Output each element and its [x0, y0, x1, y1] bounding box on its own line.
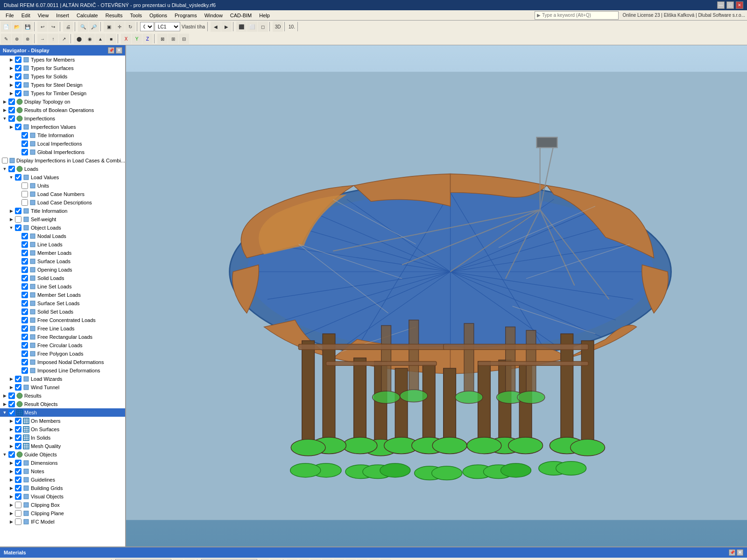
tree-item-line-set-loads[interactable]: Line Set Loads	[0, 282, 125, 291]
tree-item-line-loads[interactable]: Line Loads	[0, 240, 125, 249]
tree-item-member-loads[interactable]: Member Loads	[0, 249, 125, 257]
tree-toggle-types-steel[interactable]: ▶	[8, 81, 14, 89]
menu-cadbim[interactable]: CAD-BIM	[226, 12, 255, 19]
tree-checkbox-visual-objects[interactable]	[15, 493, 21, 500]
tb-r9[interactable]: ▲	[95, 34, 106, 44]
tree-item-visual-objects[interactable]: ▶Visual Objects	[0, 492, 125, 501]
tree-checkbox-local-imperfections[interactable]	[21, 140, 28, 147]
tb-r8[interactable]: ◉	[85, 34, 95, 44]
tree-item-title-info-imp[interactable]: Title Information	[0, 131, 125, 140]
tree-checkbox-free-conc-loads[interactable]	[21, 317, 28, 323]
tree-toggle-types-solids[interactable]: ▶	[8, 73, 14, 80]
tree-checkbox-types-solids[interactable]	[15, 73, 21, 80]
tb-axis-y[interactable]: Y	[132, 34, 142, 44]
tb-r10[interactable]: ■	[106, 34, 116, 44]
tree-checkbox-results[interactable]	[8, 392, 15, 399]
tb-r1[interactable]: ✎	[1, 34, 11, 44]
tree-item-types-timber[interactable]: ▶Types for Timber Design	[0, 89, 125, 98]
menu-help[interactable]: Help	[255, 12, 274, 19]
tb-zoom-out[interactable]: 🔎	[89, 21, 99, 32]
tree-checkbox-member-loads[interactable]	[21, 250, 28, 256]
tree-checkbox-boolean-results[interactable]	[8, 107, 15, 113]
tb-move[interactable]: ✛	[114, 21, 125, 32]
tree-item-result-objects[interactable]: ▶Result Objects	[0, 400, 125, 408]
tree-checkbox-solid-loads[interactable]	[21, 275, 28, 281]
tree-item-free-conc-loads[interactable]: Free Concentrated Loads	[0, 316, 125, 324]
tb-redo[interactable]: ↪	[48, 21, 58, 32]
tree-checkbox-mesh[interactable]	[8, 409, 15, 416]
tree-toggle-clipping-box[interactable]: ▶	[8, 501, 14, 509]
tree-toggle-result-objects[interactable]: ▶	[2, 400, 7, 408]
tree-item-on-surfaces[interactable]: ▶On Surfaces	[0, 425, 125, 434]
bottom-panel-close[interactable]: ✕	[737, 549, 743, 556]
menu-tools[interactable]: Tools	[126, 12, 146, 19]
tree-checkbox-load-case-numbers[interactable]	[21, 191, 28, 197]
tb-3d[interactable]: 3D	[273, 21, 283, 32]
tb-r3[interactable]: ⊗	[22, 34, 33, 44]
tb-r7[interactable]: ⬤	[74, 34, 84, 44]
tree-item-units[interactable]: Units	[0, 182, 125, 190]
tb-r6[interactable]: ↗	[59, 34, 69, 44]
tree-item-surface-set-loads[interactable]: Surface Set Loads	[0, 299, 125, 308]
tree-checkbox-object-loads[interactable]	[15, 224, 21, 231]
tb-select[interactable]: ▣	[104, 21, 114, 32]
tree-item-ifc-model[interactable]: ▶IFC Model	[0, 518, 125, 526]
menu-calculate[interactable]: Calculate	[73, 12, 102, 19]
tree-toggle-load-wizards[interactable]: ▶	[8, 375, 14, 383]
tree-checkbox-mesh-quality[interactable]	[15, 443, 21, 449]
tree-toggle-dimensions[interactable]: ▶	[8, 459, 14, 467]
tree-item-imperfections[interactable]: ▼Imperfections	[0, 114, 125, 123]
tree-checkbox-loads[interactable]	[8, 166, 15, 172]
tree-checkbox-surface-loads[interactable]	[21, 258, 28, 265]
tb-new[interactable]: 📄	[1, 21, 11, 32]
menu-window[interactable]: Window	[201, 12, 226, 19]
tree-checkbox-free-rect-loads[interactable]	[21, 334, 28, 340]
tree-checkbox-wind-tunnel[interactable]	[15, 384, 21, 391]
tree-checkbox-notes[interactable]	[15, 468, 21, 475]
tree-checkbox-self-weight[interactable]	[15, 216, 21, 223]
tree-item-opening-loads[interactable]: Opening Loads	[0, 266, 125, 274]
tb-next-lc[interactable]: ▶	[221, 21, 232, 32]
tree-toggle-object-loads[interactable]: ▼	[8, 224, 14, 231]
menu-view[interactable]: View	[34, 12, 53, 19]
tree-item-loads[interactable]: ▼Loads	[0, 165, 125, 173]
menu-results[interactable]: Results	[102, 12, 127, 19]
tree-item-free-circ-loads[interactable]: Free Circular Loads	[0, 341, 125, 350]
tree-toggle-loads[interactable]: ▼	[2, 165, 7, 173]
tree-toggle-clipping-plane[interactable]: ▶	[8, 510, 14, 517]
tree-checkbox-guidelines[interactable]	[15, 476, 21, 483]
tree-toggle-self-weight[interactable]: ▶	[8, 216, 14, 223]
tree-item-imposed-nodal[interactable]: Imposed Nodal Deformations	[0, 358, 125, 366]
tb-view-z[interactable]: ⊟	[179, 34, 189, 44]
tree-toggle-imperfections[interactable]: ▼	[2, 115, 7, 122]
tb-r5[interactable]: ↑	[48, 34, 58, 44]
keyword-search-input[interactable]	[535, 11, 619, 20]
tree-checkbox-imposed-nodal[interactable]	[21, 359, 28, 365]
tree-checkbox-building-grids[interactable]	[15, 485, 21, 491]
tree-checkbox-imperfections[interactable]	[8, 115, 15, 122]
tree-item-imposed-line[interactable]: Imposed Line Deformations	[0, 366, 125, 375]
tree-checkbox-solid-set-loads[interactable]	[21, 308, 28, 315]
tree-item-on-members[interactable]: ▶On Members	[0, 417, 125, 425]
tree-item-self-weight[interactable]: ▶Self-weight	[0, 215, 125, 224]
tree-toggle-display-topology[interactable]: ▶	[2, 98, 7, 105]
tree-checkbox-types-steel[interactable]	[15, 82, 21, 88]
tree-checkbox-imperfection-values[interactable]	[15, 124, 21, 130]
tree-item-types-solids[interactable]: ▶Types for Solids	[0, 72, 125, 81]
tree-item-solid-loads[interactable]: Solid Loads	[0, 274, 125, 282]
tree-item-wind-tunnel[interactable]: ▶Wind Tunnel	[0, 383, 125, 392]
tree-checkbox-units[interactable]	[21, 182, 28, 189]
tree-item-load-case-numbers[interactable]: Load Case Numbers	[0, 190, 125, 198]
close-button[interactable]: ✕	[736, 1, 743, 9]
tree-checkbox-line-loads[interactable]	[21, 241, 28, 248]
menu-options[interactable]: Options	[146, 12, 171, 19]
tree-toggle-title-info-loads[interactable]: ▶	[8, 207, 14, 215]
menu-insert[interactable]: Insert	[52, 12, 73, 19]
tb-open[interactable]: 📂	[12, 21, 22, 32]
tree-checkbox-load-wizards[interactable]	[15, 376, 21, 382]
tree-toggle-wind-tunnel[interactable]: ▶	[8, 384, 14, 391]
tb-axis-z[interactable]: Z	[142, 34, 153, 44]
tree-checkbox-title-info-loads[interactable]	[15, 208, 21, 214]
tree-checkbox-imposed-line[interactable]	[21, 367, 28, 374]
tree-checkbox-free-circ-loads[interactable]	[21, 342, 28, 349]
